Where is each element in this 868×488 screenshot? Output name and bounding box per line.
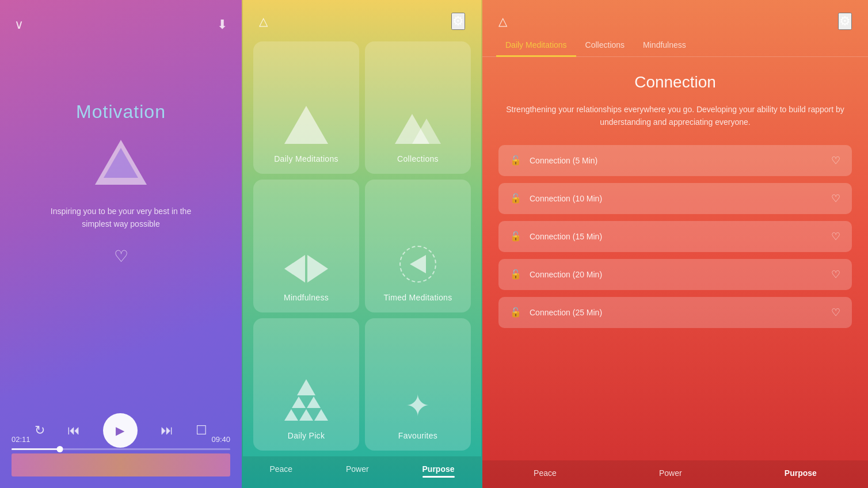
detail-item-list: 🔓 Connection (5 Min) ♡ 🔓 Connection (10 …: [498, 145, 852, 328]
detail-bottom-tabs: Peace Power Purpose: [482, 460, 868, 488]
triangle-mid-left: [292, 396, 306, 408]
list-item[interactable]: 🔓 Connection (20 Min) ♡: [498, 259, 852, 290]
item-heart-button-20[interactable]: ♡: [831, 268, 840, 281]
time-row: 02:11 09:40: [12, 435, 230, 444]
card-label-daily-meditations: Daily Meditations: [274, 154, 338, 163]
bowtie-left: [284, 255, 305, 283]
menu-tab-peace[interactable]: Peace: [269, 464, 292, 478]
item-left: 🔓 Connection (25 Min): [510, 307, 602, 318]
play-arrow-icon: [410, 255, 426, 273]
menu-settings-button[interactable]: ⚙: [451, 13, 465, 30]
detail-btab-purpose[interactable]: Purpose: [785, 468, 817, 478]
bowtie-icon: [284, 255, 328, 283]
lock-icon: 🔓: [510, 307, 521, 318]
mountains-icon: [395, 106, 441, 144]
item-left: 🔓 Connection (15 Min): [510, 231, 602, 242]
list-item[interactable]: 🔓 Connection (25 Min) ♡: [498, 297, 852, 328]
detail-tab-mindfulness[interactable]: Mindfulness: [634, 36, 695, 57]
favourite-button[interactable]: ♡: [114, 247, 128, 266]
detail-tab-daily-meditations[interactable]: Daily Meditations: [496, 36, 576, 57]
item-label-10: Connection (10 Min): [530, 194, 602, 203]
menu-tab-purpose[interactable]: Purpose: [422, 464, 455, 478]
card-label-timed-meditations: Timed Meditations: [384, 293, 452, 302]
detail-settings-button[interactable]: ⚙: [838, 13, 852, 30]
time-total: 09:40: [211, 435, 230, 444]
detail-content: Connection Strengthening your relationsh…: [482, 57, 868, 340]
menu-top-bar: △ ⚙: [243, 0, 481, 36]
list-item[interactable]: 🔓 Connection (15 Min) ♡: [498, 221, 852, 252]
detail-tabs: Daily Meditations Collections Mindfulnes…: [482, 36, 868, 57]
menu-tab-power[interactable]: Power: [346, 464, 369, 478]
item-heart-button-5[interactable]: ♡: [831, 154, 840, 167]
progress-thumb: [56, 446, 63, 452]
detail-logo-icon: △: [498, 14, 507, 28]
card-favourites[interactable]: ✦ Favourites: [365, 318, 471, 451]
menu-grid: Daily Meditations Collections Mindfulnes…: [243, 36, 481, 456]
triangle-icon: [284, 106, 328, 144]
stacked-triangles-icon: [284, 379, 328, 421]
menu-logo-icon: △: [259, 14, 268, 28]
item-heart-button-15[interactable]: ♡: [831, 230, 840, 243]
tab-indicator: [422, 476, 455, 478]
progress-section: 02:11 09:40: [0, 435, 242, 488]
detail-panel: △ ⚙ Daily Meditations Collections Mindfu…: [482, 0, 868, 488]
detail-heading: Connection: [498, 73, 852, 92]
lock-icon: 🔓: [510, 193, 521, 204]
bowtie-right: [307, 255, 328, 283]
waveform-display: [12, 453, 230, 476]
card-collections[interactable]: Collections: [365, 41, 471, 174]
menu-panel: △ ⚙ Daily Meditations Collections Mindfu…: [242, 0, 482, 488]
triangle-top-center: [297, 379, 315, 395]
item-label-15: Connection (15 Min): [530, 232, 602, 241]
card-timed-meditations[interactable]: Timed Meditations: [365, 180, 471, 312]
collapse-button[interactable]: ∨: [14, 17, 24, 32]
detail-btab-power[interactable]: Power: [659, 468, 682, 478]
item-label-5: Connection (5 Min): [530, 156, 597, 165]
detail-btab-peace[interactable]: Peace: [534, 468, 557, 478]
item-heart-button-10[interactable]: ♡: [831, 192, 840, 205]
triangle-bot-left: [284, 409, 298, 421]
item-label-25: Connection (25 Min): [530, 308, 602, 317]
list-item[interactable]: 🔓 Connection (5 Min) ♡: [498, 145, 852, 176]
card-label-daily-pick: Daily Pick: [288, 431, 325, 440]
list-item[interactable]: 🔓 Connection (10 Min) ♡: [498, 183, 852, 214]
player-panel: ∨ ⬇ Motivation Inspiring you to be your …: [0, 0, 242, 488]
detail-tab-collections[interactable]: Collections: [576, 36, 634, 57]
item-label-20: Connection (20 Min): [530, 270, 602, 279]
progress-fill: [12, 448, 60, 450]
time-current: 02:11: [12, 435, 31, 444]
timed-icon: [399, 246, 436, 283]
lock-icon: 🔓: [510, 155, 521, 166]
triangle-bot-center: [299, 409, 313, 421]
progress-bar[interactable]: [12, 448, 230, 450]
star-icon: ✦: [405, 391, 431, 421]
item-heart-button-25[interactable]: ♡: [831, 306, 840, 319]
detail-description: Strengthening your relationships everywh…: [498, 103, 852, 129]
item-left: 🔓 Connection (5 Min): [510, 155, 597, 166]
card-label-favourites: Favourites: [398, 431, 437, 440]
card-label-mindfulness: Mindfulness: [284, 293, 329, 302]
detail-top-bar: △ ⚙: [482, 0, 868, 36]
lock-icon: 🔓: [510, 269, 521, 280]
track-subtitle: Inspiring you to be your very best in th…: [40, 205, 201, 231]
triangle-mid-right: [307, 396, 321, 408]
triangle-icon: [95, 140, 147, 185]
card-daily-meditations[interactable]: Daily Meditations: [253, 41, 359, 174]
menu-bottom-tabs: Peace Power Purpose: [243, 456, 481, 488]
card-daily-pick[interactable]: Daily Pick: [253, 318, 359, 451]
lock-icon: 🔓: [510, 231, 521, 242]
card-mindfulness[interactable]: Mindfulness: [253, 180, 359, 312]
download-button[interactable]: ⬇: [217, 17, 227, 32]
card-label-collections: Collections: [397, 154, 439, 163]
item-left: 🔓 Connection (10 Min): [510, 193, 602, 204]
item-left: 🔓 Connection (20 Min): [510, 269, 602, 280]
track-title: Motivation: [76, 101, 166, 123]
player-top-bar: ∨ ⬇: [12, 12, 230, 38]
triangle-bot-right: [314, 409, 328, 421]
